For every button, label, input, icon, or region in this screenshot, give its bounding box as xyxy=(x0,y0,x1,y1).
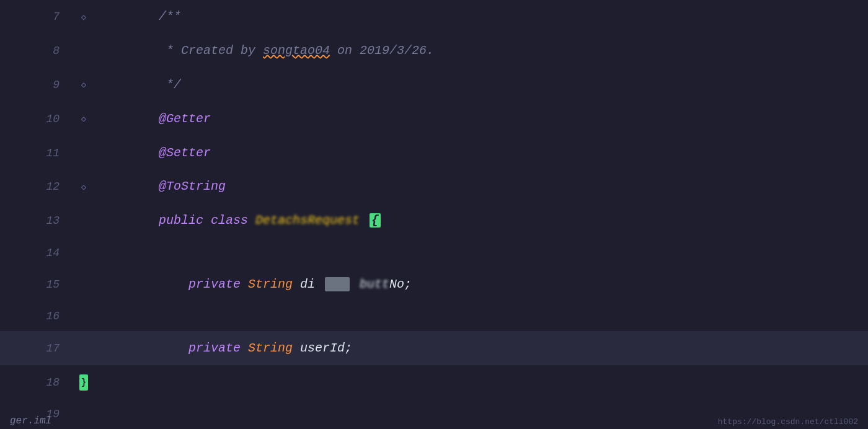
code-token-username: songtao04 xyxy=(263,43,330,58)
code-token: private xyxy=(159,341,248,355)
code-token: @Getter xyxy=(159,112,211,126)
line-number-13: 13 xyxy=(0,214,74,227)
gutter-9: ◇ xyxy=(74,79,93,90)
code-line-18: 18 } xyxy=(0,365,868,399)
code-token: */ xyxy=(159,77,181,92)
code-token: * Created by xyxy=(159,43,263,58)
code-line-13: 13 public class DetachsRequest { xyxy=(0,204,868,238)
line-number-11: 11 xyxy=(0,147,74,159)
gutter-7: ◇ xyxy=(74,12,93,22)
code-line-15: 15 private String di buttNo; xyxy=(0,268,868,302)
line-number-17: 17 xyxy=(0,342,74,355)
line-number-10: 10 xyxy=(0,113,74,125)
redacted-box xyxy=(325,277,350,291)
line-number-8: 8 xyxy=(0,45,74,57)
fold-icon-9[interactable]: ◇ xyxy=(81,79,86,90)
code-token: String xyxy=(248,277,300,291)
code-token: public xyxy=(159,213,211,228)
gutter-12: ◇ xyxy=(74,182,93,192)
line-number-9: 9 xyxy=(0,79,74,91)
code-token: @ToString xyxy=(159,179,226,193)
code-token-brace: { xyxy=(360,213,381,228)
code-token: private xyxy=(159,277,248,291)
code-token: di xyxy=(300,277,322,291)
code-area: 7 ◇ /** 8 * Created by songtao04 on 2019… xyxy=(0,0,868,429)
line-number-7: 7 xyxy=(0,11,74,23)
open-brace: { xyxy=(370,213,381,228)
code-token-blurred: butt xyxy=(352,277,389,291)
line-number-16: 16 xyxy=(0,310,74,322)
code-token: class xyxy=(211,213,255,228)
code-token: /** xyxy=(159,9,181,24)
code-token: on 2019/3/26. xyxy=(330,43,434,58)
code-token: @Setter xyxy=(159,146,211,160)
fold-icon-12[interactable]: ◇ xyxy=(81,182,86,192)
fold-icon-10[interactable]: ◇ xyxy=(81,113,86,124)
bottom-right-url: https://blog.csdn.net/ctli002 xyxy=(708,415,868,429)
editor: 7 ◇ /** 8 * Created by songtao04 on 2019… xyxy=(0,0,868,429)
line-number-12: 12 xyxy=(0,180,74,193)
fold-icon-7[interactable]: ◇ xyxy=(81,12,86,22)
gutter-10: ◇ xyxy=(74,113,93,124)
green-bracket-icon: } xyxy=(79,374,88,391)
line-number-15: 15 xyxy=(0,278,74,291)
line-number-14: 14 xyxy=(0,247,74,259)
code-token: No; xyxy=(389,277,412,291)
code-token-classname: DetachsRequest xyxy=(255,213,360,228)
line-number-18: 18 xyxy=(0,376,74,389)
code-token: String xyxy=(248,341,300,355)
bottom-left-label: ger.iml xyxy=(0,413,61,429)
code-token: userId; xyxy=(300,341,352,355)
gutter-18: } xyxy=(74,374,93,391)
